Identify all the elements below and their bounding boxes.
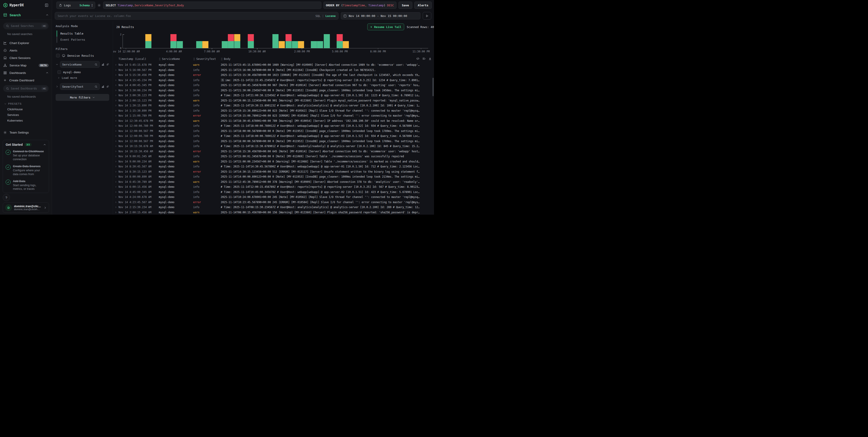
log-row[interactable]: Nov 14 10:15:30.456 AM mysql-demo error … bbox=[113, 149, 434, 154]
col-body[interactable]: Body bbox=[221, 57, 414, 61]
facet-value-mysql-demo[interactable]: mysql-demo bbox=[57, 70, 109, 74]
expand-row-icon[interactable] bbox=[113, 104, 119, 107]
expand-row-icon[interactable] bbox=[113, 69, 119, 71]
alerts-button[interactable]: Alerts bbox=[414, 2, 432, 9]
expand-row-icon[interactable] bbox=[113, 206, 119, 208]
histogram-bar[interactable] bbox=[222, 41, 228, 48]
log-row[interactable]: Nov 14 1:15:00.789 PM mysql-demo error 2… bbox=[113, 113, 434, 119]
histogram-bar[interactable] bbox=[298, 41, 304, 48]
get-started-step[interactable]: Connect to ClickHouse Set up your databa… bbox=[6, 149, 46, 161]
col-servicename[interactable]: ServiceName bbox=[159, 57, 193, 61]
denoise-results-row[interactable]: Denoise Results bbox=[56, 54, 109, 57]
mysql-demo-checkbox[interactable] bbox=[57, 70, 61, 74]
log-row[interactable]: Nov 14 3:00:30.123 PM mysql-demo info # … bbox=[113, 93, 434, 98]
event-search-input[interactable]: Search your events w/ Lucene ex. column:… bbox=[55, 12, 339, 20]
run-query-button[interactable] bbox=[423, 12, 431, 20]
histogram-bar[interactable] bbox=[196, 41, 202, 48]
mode-event-patterns[interactable]: Event Patterns bbox=[57, 37, 109, 43]
expand-row-icon[interactable] bbox=[113, 79, 119, 81]
chevron-right-icon[interactable] bbox=[56, 85, 58, 88]
column-settings-icon[interactable] bbox=[422, 57, 426, 60]
log-row[interactable]: Nov 14 8:30:45.567 AM mysql-demo info # … bbox=[113, 164, 434, 169]
histogram-bar[interactable] bbox=[286, 34, 292, 48]
chevron-down-icon[interactable] bbox=[56, 63, 58, 66]
histogram-bar[interactable] bbox=[228, 34, 234, 48]
log-row[interactable]: Nov 14 9:00:01.345 AM mysql-demo info 20… bbox=[113, 154, 434, 159]
expand-row-icon[interactable] bbox=[113, 150, 119, 153]
log-row[interactable]: Nov 14 12:00:00.789 PM mysql-demo info #… bbox=[113, 134, 434, 139]
log-row[interactable]: Nov 14 10:15:30.678 AM mysql-demo info #… bbox=[113, 144, 434, 149]
date-range-picker[interactable]: Nov 14 00:00:00 - Nov 15 00:00:00 bbox=[341, 12, 421, 20]
log-row[interactable]: Nov 14 9:00:00.234 AM mysql-demo warn 20… bbox=[113, 159, 434, 164]
expand-row-icon[interactable] bbox=[113, 64, 119, 66]
expand-row-icon[interactable] bbox=[113, 165, 119, 168]
preset-services[interactable]: Services bbox=[7, 112, 52, 118]
expand-row-icon[interactable] bbox=[113, 161, 119, 163]
facet-search-field[interactable]: SeverityText bbox=[60, 83, 100, 90]
saved-dashboards-input[interactable]: Saved Dashboards ⌘K bbox=[3, 85, 49, 92]
results-histogram[interactable]: 2 0 Nov 14 12:00:00 AM4:00:00 AM7:00:00 … bbox=[113, 33, 434, 56]
log-row[interactable]: Nov 14 4:45:00.345 AM mysql-demo info # … bbox=[113, 190, 434, 195]
log-row[interactable]: Nov 14 4:24:00.678 AM mysql-demo info 20… bbox=[113, 195, 434, 200]
log-row[interactable]: Nov 14 5:16:00.567 PM mysql-demo info 20… bbox=[113, 68, 434, 73]
chart-plot[interactable]: 2 0 bbox=[123, 34, 428, 48]
expand-row-icon[interactable] bbox=[113, 89, 119, 92]
expand-row-icon[interactable] bbox=[113, 110, 119, 112]
histogram-bar[interactable] bbox=[323, 34, 330, 48]
col-severitytext[interactable]: SeverityText bbox=[193, 57, 221, 61]
expand-row-icon[interactable] bbox=[113, 145, 119, 147]
expand-row-icon[interactable] bbox=[113, 125, 119, 127]
preset-kubernetes[interactable]: Kubernetes bbox=[7, 118, 52, 123]
user-menu[interactable]: D dominic.tran@clic... dominic.tran@clic… bbox=[3, 202, 49, 213]
histogram-bar[interactable] bbox=[343, 41, 349, 48]
log-row[interactable]: Nov 14 3:30:00.234 PM mysql-demo info 20… bbox=[113, 88, 434, 93]
log-row[interactable]: Nov 14 5:15:30.456 PM mysql-demo error 2… bbox=[113, 72, 434, 78]
log-row[interactable]: Nov 14 8:00:00.890 AM mysql-demo info 20… bbox=[113, 174, 434, 179]
sidebar-item-dashboards[interactable]: Dashboards bbox=[0, 69, 52, 77]
log-row[interactable]: Nov 14 12:00:00.567 PM mysql-demo info 2… bbox=[113, 129, 434, 134]
pin-icon[interactable] bbox=[106, 85, 109, 88]
expand-row-icon[interactable] bbox=[113, 196, 119, 198]
code-view-icon[interactable] bbox=[416, 57, 420, 60]
histogram-bar[interactable] bbox=[177, 41, 183, 48]
log-row[interactable]: Nov 14 1:15:30.890 PM mysql-demo info 20… bbox=[113, 108, 434, 113]
sidebar-item-alerts[interactable]: Alerts bbox=[0, 47, 52, 54]
expand-row-icon[interactable] bbox=[113, 84, 119, 86]
log-row[interactable]: Nov 14 12:00:00.567 PM mysql-demo info 2… bbox=[113, 139, 434, 144]
mode-results-table[interactable]: Results Table bbox=[57, 31, 109, 37]
collapse-sidebar-icon[interactable] bbox=[44, 3, 49, 7]
expand-row-icon[interactable] bbox=[113, 140, 119, 142]
expand-row-icon[interactable] bbox=[113, 120, 119, 122]
facet-chart-icon[interactable] bbox=[101, 63, 104, 66]
create-dashboard-button[interactable]: Create Dashboard bbox=[0, 77, 52, 84]
drag-handle-icon[interactable] bbox=[193, 58, 195, 61]
chevron-up-icon[interactable] bbox=[46, 13, 49, 16]
histogram-bar[interactable] bbox=[311, 41, 317, 48]
expand-row-icon[interactable] bbox=[113, 171, 119, 173]
log-row[interactable]: Nov 14 6:45:30.789 AM mysql-demo warn 20… bbox=[113, 179, 434, 184]
sidebar-item-search[interactable]: Search bbox=[0, 10, 52, 20]
expand-row-icon[interactable] bbox=[113, 135, 119, 137]
sidebar-item-service-map[interactable]: Service Map BETA bbox=[0, 62, 52, 69]
histogram-bar[interactable] bbox=[202, 41, 208, 48]
col-timestamp[interactable]: Timestamp (Local) bbox=[119, 57, 159, 61]
chevron-up-icon[interactable] bbox=[46, 71, 49, 74]
brand[interactable]: HyperDX bbox=[3, 3, 24, 8]
resume-live-tail-button[interactable]: Resume Live Tail bbox=[367, 24, 404, 30]
get-started-step[interactable]: Add Data Start sending logs, metrics, or… bbox=[6, 179, 46, 191]
sidebar-item-client-sessions[interactable]: Client Sessions bbox=[0, 54, 52, 62]
log-row[interactable]: Nov 14 5:45:15.678 PM mysql-demo warn 20… bbox=[113, 62, 434, 68]
denoise-checkbox[interactable] bbox=[56, 54, 60, 57]
sql-toggle[interactable]: SQL bbox=[315, 14, 321, 18]
language-toggle[interactable]: SQL | Lucene bbox=[315, 14, 336, 18]
chevron-up-icon[interactable] bbox=[43, 143, 46, 146]
log-row[interactable]: Nov 14 4:00:45.345 PM mysql-demo info 20… bbox=[113, 83, 434, 88]
facet-search-field[interactable]: ServiceName bbox=[60, 61, 100, 68]
source-selector[interactable]: Logs Schema ▲▼ bbox=[56, 2, 95, 9]
sidebar-item-team-settings[interactable]: Team Settings bbox=[0, 129, 52, 136]
presets-section[interactable]: PRESETS bbox=[4, 102, 52, 105]
drag-handle-icon[interactable] bbox=[159, 58, 161, 61]
expand-row-icon[interactable] bbox=[113, 114, 119, 117]
log-row[interactable]: Nov 14 1:30:15.890 PM mysql-demo info # … bbox=[113, 103, 434, 108]
vertical-scrollbar[interactable] bbox=[432, 78, 434, 96]
